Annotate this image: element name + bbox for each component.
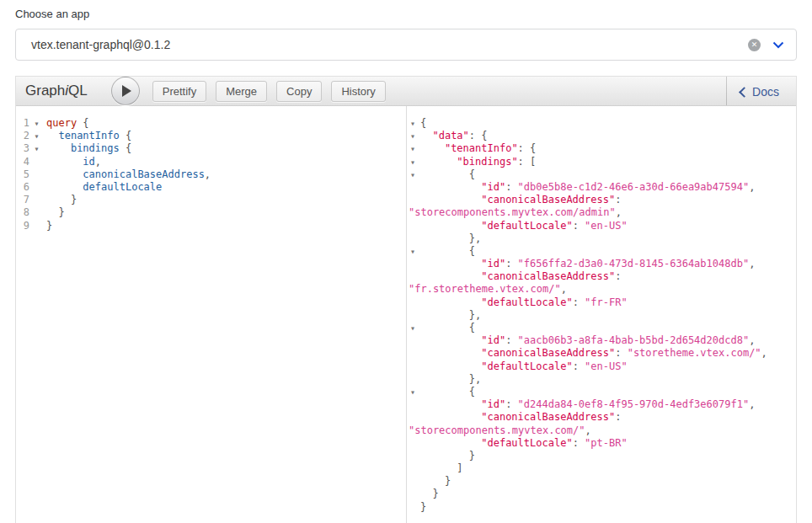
prettify-button[interactable]: Prettify bbox=[152, 81, 206, 102]
code-line: "defaultLocale": "fr-FR" bbox=[407, 296, 796, 309]
code-token bbox=[420, 245, 469, 257]
code-line: "storecomponents.myvtex.com/admin", bbox=[407, 206, 796, 219]
code-line: 9} bbox=[16, 220, 406, 232]
title-text: QL bbox=[68, 83, 88, 99]
code-token: { bbox=[120, 130, 131, 141]
code-token: "defaultLocale" bbox=[481, 296, 572, 308]
result-viewer[interactable]: ▾{▾ "data": {▾ "tenantInfo": {▾ "binding… bbox=[406, 106, 796, 523]
editors-area: 1▾query {2▾ tenantInfo {3▾ bindings {4 i… bbox=[16, 106, 796, 523]
merge-button[interactable]: Merge bbox=[216, 81, 267, 102]
code-text: "id": "db0e5b8e-c1d2-46e6-a30d-66ea9ab47… bbox=[420, 181, 755, 194]
code-text: "defaultLocale": "en-US" bbox=[420, 220, 628, 232]
line-number: 6 bbox=[16, 181, 29, 194]
code-token: "storetheme.vtex.com/" bbox=[628, 347, 761, 359]
docs-label: Docs bbox=[752, 85, 779, 99]
app-picker-label: Choose an app bbox=[15, 8, 797, 20]
code-token: , bbox=[205, 168, 211, 180]
code-token: } bbox=[420, 501, 426, 513]
code-token: : { bbox=[518, 142, 537, 154]
code-text: } bbox=[44, 194, 77, 206]
code-line: } bbox=[407, 488, 796, 500]
code-text: } bbox=[420, 501, 426, 514]
code-text: "storecomponents.myvtex.com/admin", bbox=[409, 206, 622, 219]
code-line: "canonicalBaseAddress": bbox=[407, 411, 796, 424]
execute-button[interactable] bbox=[111, 77, 140, 105]
line-number: 8 bbox=[16, 206, 29, 219]
code-token: "f656ffa2-d3a0-473d-8145-6364ab1048db" bbox=[518, 258, 750, 270]
fold-arrow-icon[interactable]: ▾ bbox=[410, 130, 415, 142]
code-line: ▾ { bbox=[407, 322, 796, 334]
app-select-value: vtex.tenant-graphql@0.1.2 bbox=[31, 38, 748, 51]
fold-arrow-icon[interactable]: ▾ bbox=[29, 130, 44, 142]
code-token: : bbox=[505, 334, 517, 346]
copy-button[interactable]: Copy bbox=[276, 81, 322, 102]
code-token bbox=[420, 181, 481, 193]
fold-arrow-icon[interactable]: ▾ bbox=[410, 142, 415, 155]
code-text: "canonicalBaseAddress": "storetheme.vtex… bbox=[420, 347, 767, 360]
code-line: } bbox=[407, 501, 796, 514]
graphiql-toolbar: GraphiQL Prettify Merge Copy History Doc… bbox=[16, 77, 796, 106]
code-token: } bbox=[432, 488, 438, 499]
code-line: ▾ { bbox=[407, 386, 796, 398]
code-line: 7 } bbox=[16, 194, 406, 206]
code-token bbox=[420, 168, 469, 180]
code-text: "data": { bbox=[420, 130, 488, 142]
fold-arrow-icon[interactable]: ▾ bbox=[410, 386, 415, 398]
history-button[interactable]: History bbox=[331, 81, 385, 102]
code-token: { bbox=[469, 168, 475, 180]
code-line: "id": "d244da84-0ef8-4f95-970d-4edf3e607… bbox=[407, 398, 796, 411]
code-text: defaultLocale bbox=[44, 181, 162, 194]
fold-arrow-icon[interactable]: ▾ bbox=[410, 322, 415, 334]
query-editor[interactable]: 1▾query {2▾ tenantInfo {3▾ bindings {4 i… bbox=[16, 106, 406, 523]
fold-arrow-icon[interactable]: ▾ bbox=[410, 168, 415, 181]
code-token bbox=[420, 334, 481, 346]
code-line: ▾ "tenantInfo": { bbox=[407, 142, 796, 155]
code-token: { bbox=[469, 322, 475, 334]
fold-arrow-icon[interactable]: ▾ bbox=[29, 142, 44, 155]
line-number: 5 bbox=[16, 168, 29, 181]
code-token: , bbox=[585, 424, 591, 436]
code-token bbox=[420, 411, 481, 423]
clear-icon[interactable]: ✕ bbox=[748, 39, 761, 51]
code-text: }, bbox=[420, 309, 481, 322]
code-text: "id": "d244da84-0ef8-4f95-970d-4edf3e607… bbox=[420, 398, 755, 411]
code-token bbox=[420, 347, 481, 359]
fold-arrow-icon[interactable]: ▾ bbox=[410, 245, 415, 258]
code-token bbox=[420, 322, 469, 334]
app-select[interactable]: vtex.tenant-graphql@0.1.2 ✕ bbox=[15, 29, 797, 61]
code-token bbox=[46, 206, 58, 218]
code-token: : [ bbox=[518, 156, 537, 168]
code-text: } bbox=[420, 488, 439, 500]
code-token bbox=[46, 181, 83, 193]
code-line: 1▾query { bbox=[16, 117, 406, 130]
graphiql-container: GraphiQL Prettify Merge Copy History Doc… bbox=[15, 76, 797, 523]
fold-arrow-icon[interactable]: ▾ bbox=[410, 117, 415, 130]
code-token bbox=[420, 142, 445, 154]
code-token: "id" bbox=[481, 258, 505, 270]
code-token bbox=[420, 296, 481, 308]
docs-toggle-button[interactable]: Docs bbox=[726, 77, 796, 105]
fold-arrow-icon[interactable]: ▾ bbox=[410, 156, 415, 168]
code-token: : bbox=[615, 194, 621, 205]
chevron-down-icon[interactable] bbox=[772, 41, 784, 49]
code-text: } bbox=[420, 475, 451, 488]
code-token: , bbox=[749, 181, 755, 193]
code-token: { bbox=[77, 117, 88, 129]
code-line: "id": "db0e5b8e-c1d2-46e6-a30d-66ea9ab47… bbox=[407, 181, 796, 194]
code-token: , bbox=[749, 334, 755, 346]
code-token: "d244da84-0ef8-4f95-970d-4edf3e6079f1" bbox=[518, 398, 750, 410]
code-line: } bbox=[407, 450, 796, 462]
code-text: "id": "aacb06b3-a8fa-4bab-b5bd-2d654d20d… bbox=[420, 334, 755, 347]
code-line: "defaultLocale": "pt-BR" bbox=[407, 437, 796, 450]
fold-gutter-spacer bbox=[29, 156, 44, 168]
code-token: "fr-FR" bbox=[585, 296, 628, 308]
code-token: "id" bbox=[481, 334, 505, 346]
code-token bbox=[420, 156, 457, 168]
code-text: }, bbox=[420, 232, 481, 245]
code-text: bindings { bbox=[44, 142, 131, 155]
code-token: "defaultLocale" bbox=[481, 220, 572, 232]
code-text: "defaultLocale": "en-US" bbox=[420, 360, 628, 373]
code-token: query bbox=[46, 117, 77, 129]
page: Choose an app vtex.tenant-graphql@0.1.2 … bbox=[0, 0, 812, 523]
fold-arrow-icon[interactable]: ▾ bbox=[29, 117, 44, 130]
